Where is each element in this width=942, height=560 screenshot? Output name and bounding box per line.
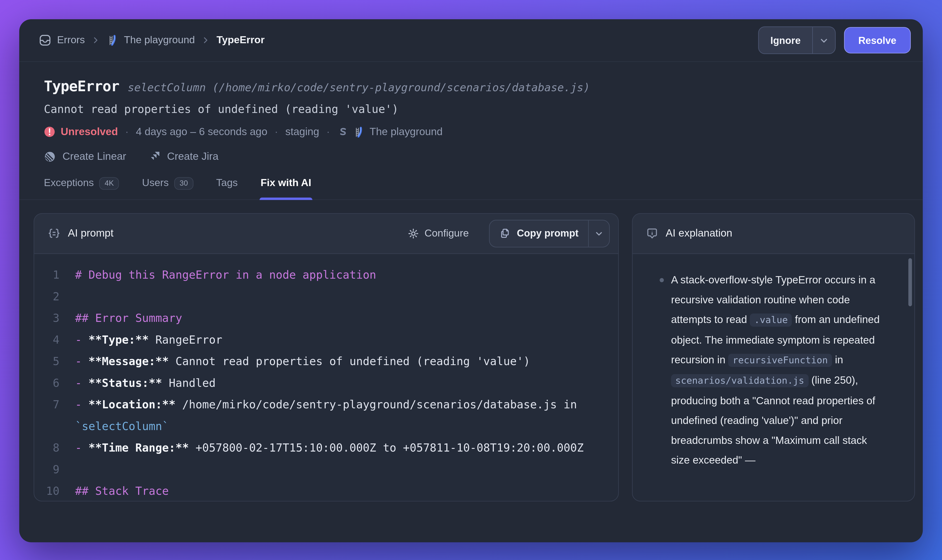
prompt-braces-icon <box>48 227 61 240</box>
gear-icon <box>407 227 419 239</box>
code-segment: **Type:** <box>89 333 149 346</box>
copy-prompt-dropdown-button[interactable] <box>589 220 609 246</box>
ai-explanation-header: AI explanation <box>633 214 914 254</box>
tab-users[interactable]: Users 30 <box>142 177 193 199</box>
content-area: AI prompt Configure <box>19 200 923 501</box>
sdk-s-icon <box>337 126 348 137</box>
code-line-content: - **Status:** Handled <box>75 372 606 394</box>
code-line-content: ## Stack Trace <box>75 480 606 501</box>
line-number: 8 <box>44 437 60 458</box>
code-segment: RangeError <box>149 333 222 346</box>
code-segment: **Location:** <box>89 398 175 411</box>
desktop-background: Errors The playground <box>0 0 942 560</box>
code-segment: ## Stack Trace <box>75 485 169 497</box>
code-segment: **Status:** <box>89 376 162 389</box>
issue-title: TypeError <box>44 78 119 95</box>
line-number: 4 <box>44 329 60 351</box>
issue-status-row: Unresolved · 4 days ago – 6 seconds ago … <box>44 125 898 138</box>
code-line-content <box>75 458 606 480</box>
chevron-right-icon <box>202 36 210 45</box>
breadcrumb-label: TypeError <box>217 34 265 46</box>
line-number: 5 <box>44 351 60 372</box>
line-number: 3 <box>44 307 60 329</box>
copy-icon <box>500 228 511 239</box>
copy-prompt-split-button[interactable]: Copy prompt <box>489 220 610 247</box>
create-linear-button[interactable]: Create Linear <box>44 150 126 163</box>
ai-prompt-header: AI prompt Configure <box>34 214 618 254</box>
ignore-dropdown-button[interactable] <box>813 27 835 54</box>
code-line-content: - **Type:** RangeError <box>75 329 606 351</box>
issue-header: TypeError selectColumn (/home/mirko/code… <box>19 62 923 163</box>
scrollbar-thumb[interactable] <box>908 258 912 306</box>
prompt-code-block[interactable]: 1# Debug this RangeError in a node appli… <box>34 254 618 501</box>
code-segment: - <box>75 333 89 346</box>
code-segment: Handled <box>162 376 215 389</box>
tab-exceptions[interactable]: Exceptions 4K <box>44 177 119 199</box>
code-line: 7- **Location:** /home/mirko/code/sentry… <box>44 394 606 437</box>
code-line-content: ## Error Summary <box>75 307 606 329</box>
code-line: 6- **Status:** Handled <box>44 372 606 394</box>
explanation-text: (line 250), producing both a "Cannot rea… <box>671 374 875 466</box>
code-segment: ## Error Summary <box>75 311 182 324</box>
tab-tags[interactable]: Tags <box>216 177 238 199</box>
line-number: 2 <box>44 286 60 308</box>
status-badge: Unresolved <box>44 125 118 138</box>
code-line: 4- **Type:** RangeError <box>44 329 606 351</box>
breadcrumb-item-errors[interactable]: Errors <box>38 34 85 47</box>
explanation-list: A stack-overflow-style TypeError occurs … <box>671 270 883 470</box>
tab-fix-with-ai[interactable]: Fix with AI <box>261 177 311 199</box>
line-number: 10 <box>44 480 60 501</box>
inline-code: .value <box>750 313 792 326</box>
dot-separator: · <box>125 125 129 138</box>
code-line: 9 <box>44 458 606 480</box>
code-segment: # Debug this RangeError in a node applic… <box>75 268 376 281</box>
code-segment: **Time Range:** <box>89 441 189 454</box>
code-line: 2 <box>44 286 606 308</box>
tab-label: Users <box>142 177 169 189</box>
copy-prompt-button[interactable]: Copy prompt <box>490 220 588 246</box>
explanation-content[interactable]: A stack-overflow-style TypeError occurs … <box>633 254 914 500</box>
playground-slide-icon <box>353 126 365 138</box>
error-circle-icon <box>44 126 55 137</box>
dot-separator: · <box>275 125 278 138</box>
ai-explanation-panel: AI explanation A stack-overflow-style Ty… <box>632 213 915 501</box>
line-number: 9 <box>44 458 60 480</box>
code-segment: - <box>75 355 89 368</box>
configure-label: Configure <box>425 227 469 239</box>
code-line: 1# Debug this RangeError in a node appli… <box>44 264 606 286</box>
configure-button[interactable]: Configure <box>407 227 469 239</box>
breadcrumb-item-project[interactable]: The playground <box>106 34 195 46</box>
tab-label: Exceptions <box>44 177 94 189</box>
create-jira-label: Create Jira <box>167 150 219 163</box>
external-actions-row: Create Linear Create Jira <box>44 150 898 163</box>
tab-count-badge: 30 <box>174 177 193 189</box>
playground-slide-icon <box>106 34 119 46</box>
issue-culprit: selectColumn (/home/mirko/code/sentry-pl… <box>128 81 590 94</box>
jira-icon <box>149 151 160 162</box>
tab-count-badge: 4K <box>99 177 119 189</box>
ignore-button[interactable]: Ignore <box>759 27 812 54</box>
inbox-tray-icon <box>38 34 52 47</box>
code-segment: `selectColumn` <box>75 420 169 432</box>
create-jira-button[interactable]: Create Jira <box>149 150 219 163</box>
code-segment: Cannot read properties of undefined (rea… <box>169 355 530 368</box>
code-segment: /home/mirko/code/sentry-playground/scena… <box>175 398 584 411</box>
linear-icon <box>44 151 56 163</box>
explanation-text: in <box>832 353 843 365</box>
project-name: The playground <box>369 125 443 138</box>
resolve-button[interactable]: Resolve <box>844 27 911 54</box>
code-line-content: - **Time Range:** +057800-02-17T15:10:00… <box>75 437 606 458</box>
code-line-content: - **Location:** /home/mirko/code/sentry-… <box>75 394 606 437</box>
info-bubble-icon <box>646 227 659 240</box>
tab-label: Tags <box>216 177 238 189</box>
ai-explanation-title: AI explanation <box>666 227 732 240</box>
inline-code: scenarios/validation.js <box>671 374 808 387</box>
breadcrumb-label: The playground <box>124 34 195 46</box>
code-segment: - <box>75 376 89 389</box>
code-line: 8- **Time Range:** +057800-02-17T15:10:0… <box>44 437 606 458</box>
tab-label: Fix with AI <box>261 177 311 189</box>
ignore-split-button[interactable]: Ignore <box>758 26 836 54</box>
code-line-content <box>75 286 606 308</box>
issue-title-row: TypeError selectColumn (/home/mirko/code… <box>44 78 898 95</box>
code-segment: **Message:** <box>89 355 169 368</box>
